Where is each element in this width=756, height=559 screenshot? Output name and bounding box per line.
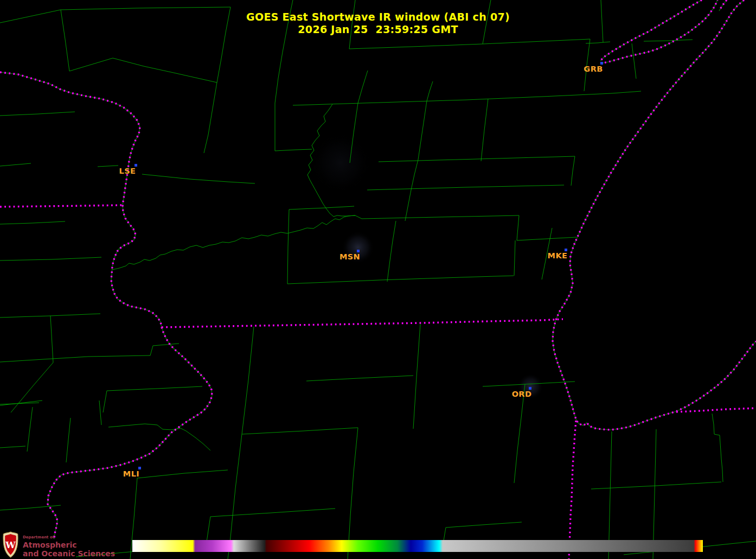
ir-cloud-haze [311,133,543,399]
state-borders [0,0,756,559]
map-overlay-canvas [0,0,756,559]
image-title: GOES East Shortwave IR window (ABI ch 07… [0,11,756,36]
county-boundaries [0,0,756,559]
title-line-1: GOES East Shortwave IR window (ABI ch 07… [246,11,510,23]
city-label: MKE [542,251,573,260]
temperature-colorbar [132,540,703,552]
logo-text-block: Department of Atmospheric and Oceanic Sc… [23,531,115,557]
city-label: LSE [112,167,143,175]
logo-name-line-2: and Oceanic Sciences [23,550,115,557]
city-label: MLI [116,469,146,478]
logo-department-line: Department of [23,536,115,539]
uw-aos-logo: W Department of Atmospheric and Oceanic … [2,531,115,558]
uw-crest-icon: W [2,531,19,558]
crest-monogram: W [5,540,16,550]
logo-name-line-1: Atmospheric [23,541,115,549]
city-label: ORD [507,390,537,398]
title-line-2: 2026 Jan 25 23:59:25 GMT [298,23,458,35]
city-label: MSN [335,252,365,261]
satellite-image-viewport: GOES East Shortwave IR window (ABI ch 07… [0,0,756,559]
city-label: GRB [578,65,608,73]
